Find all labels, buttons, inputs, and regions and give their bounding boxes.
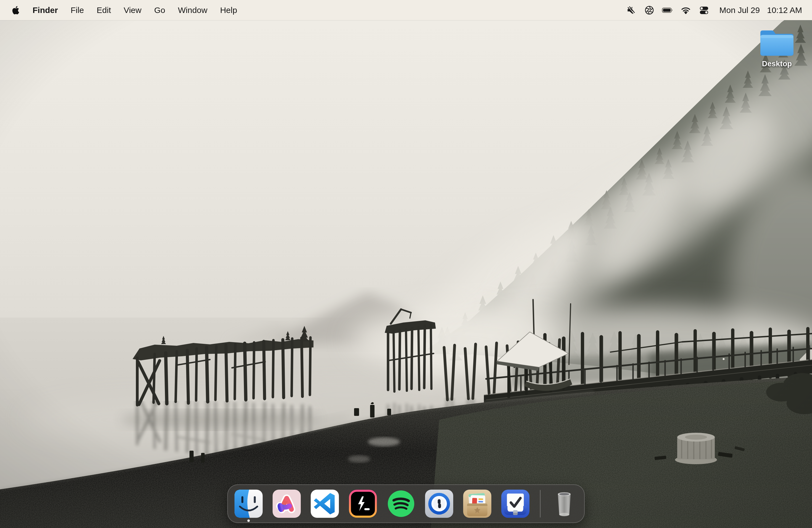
battery-icon[interactable]: [662, 4, 673, 16]
menu-bar-left: Finder File Edit View Go Window Help: [12, 0, 237, 20]
dock-item-warp[interactable]: [349, 489, 377, 518]
wifi-icon[interactable]: [680, 4, 692, 16]
dock-item-cardhop[interactable]: [463, 489, 491, 518]
spotify-icon: [387, 489, 415, 518]
arc-browser-icon: [273, 489, 301, 518]
menu-item-help[interactable]: Help: [220, 0, 237, 20]
menu-item-file[interactable]: File: [71, 0, 84, 20]
clock-date: Mon Jul 29: [719, 5, 760, 15]
apple-logo-icon: [12, 5, 20, 15]
vscode-icon: [311, 489, 339, 518]
wallpaper-image: [0, 0, 812, 528]
dock: [227, 484, 585, 523]
aperture-icon[interactable]: [643, 4, 655, 16]
dock-item-1password[interactable]: [425, 489, 453, 518]
menu-item-window[interactable]: Window: [178, 0, 207, 20]
dock-separator: [540, 490, 540, 517]
dock-item-arc[interactable]: [273, 489, 301, 518]
dock-item-spotify[interactable]: [387, 489, 415, 518]
clock-time: 10:12 AM: [767, 5, 802, 15]
menu-bar-clock[interactable]: Mon Jul 29 10:12 AM: [719, 5, 802, 15]
dock-item-finder[interactable]: [234, 489, 263, 518]
desktop: Finder File Edit View Go Window Help: [0, 0, 812, 528]
running-indicator: [247, 519, 250, 522]
desktop-folder-label: Desktop: [762, 60, 792, 68]
warp-terminal-icon: [349, 489, 377, 518]
menu-bar: Finder File Edit View Go Window Help: [0, 0, 812, 20]
finder-icon: [234, 489, 263, 518]
menu-bar-status: Mon Jul 29 10:12 AM: [625, 4, 802, 16]
control-center-icon[interactable]: [698, 4, 710, 16]
things-icon: [501, 489, 530, 518]
apple-menu[interactable]: [12, 5, 20, 15]
trash-icon: [551, 489, 578, 518]
dock-item-vscode[interactable]: [311, 489, 339, 518]
menu-item-go[interactable]: Go: [154, 0, 165, 20]
folder-icon: [759, 27, 795, 58]
cardhop-icon: [463, 489, 491, 518]
mute-icon[interactable]: [625, 4, 637, 16]
desktop-folder-icon[interactable]: Desktop: [755, 27, 798, 68]
menu-item-edit[interactable]: Edit: [97, 0, 111, 20]
menu-item-finder[interactable]: Finder: [33, 0, 58, 20]
dock-item-things[interactable]: [501, 489, 530, 518]
1password-icon: [425, 489, 453, 518]
dock-item-trash[interactable]: [551, 489, 578, 518]
menu-item-view[interactable]: View: [124, 0, 141, 20]
